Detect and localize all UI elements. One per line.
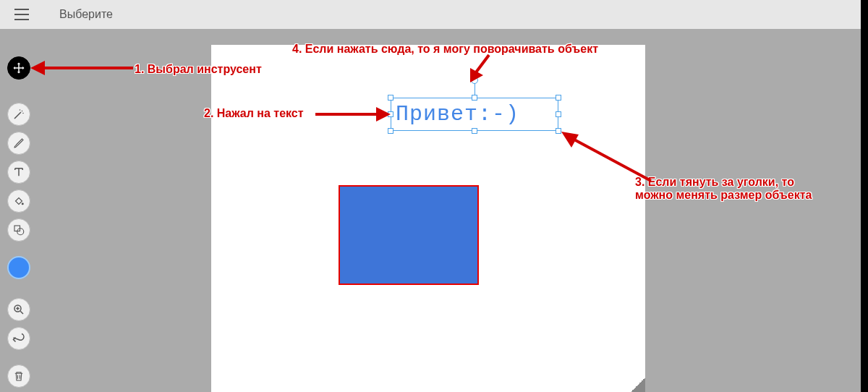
brush-icon: [12, 137, 25, 150]
zoom-tool[interactable]: [7, 298, 30, 321]
resize-handle-se[interactable]: [556, 128, 561, 134]
header-title: Выберите: [59, 8, 113, 21]
text-tool[interactable]: [7, 161, 30, 184]
annotation-1-arrow: [29, 55, 135, 81]
svg-marker-8: [30, 61, 45, 75]
rotate-handle[interactable]: [471, 77, 478, 84]
fill-tool[interactable]: [7, 189, 30, 213]
svg-point-5: [17, 229, 24, 235]
annotation-3-label: 3. Если тянуть за уголки, то можно менят…: [635, 176, 867, 202]
magnifier-icon: [12, 303, 25, 316]
shapes-tool[interactable]: [7, 218, 30, 242]
svg-point-2: [20, 109, 21, 111]
magic-wand-icon: [12, 108, 25, 121]
resize-handle-e[interactable]: [556, 111, 561, 117]
move-icon: [12, 61, 25, 74]
annotation-3-line1: 3. Если тянуть за уголки, то: [635, 176, 794, 188]
brush-tool[interactable]: [7, 132, 30, 155]
resize-handle-w[interactable]: [388, 111, 393, 117]
annotation-3-line2: можно менять размер объекта: [635, 189, 812, 201]
magic-wand-tool[interactable]: [7, 103, 30, 126]
resize-handle-sw[interactable]: [388, 128, 393, 134]
svg-point-0: [22, 111, 23, 112]
page-curl-icon: [631, 378, 645, 392]
app-root: Выберите: [0, 0, 868, 392]
svg-point-1: [22, 113, 24, 114]
canvas-text-object-selection[interactable]: Привет:-): [391, 98, 558, 131]
move-tool[interactable]: [7, 56, 30, 80]
annotation-4-label: 4. Если нажать сюда, то я могу поворачив…: [292, 43, 598, 56]
svg-point-3: [22, 203, 24, 205]
shapes-icon: [12, 223, 25, 237]
delete-button[interactable]: [7, 365, 30, 388]
canvas-rectangle-object[interactable]: [339, 185, 479, 285]
resize-handle-n[interactable]: [472, 95, 477, 101]
undo-icon: [12, 332, 25, 345]
canvas-text-object[interactable]: Привет:-): [391, 98, 558, 130]
resize-handle-nw[interactable]: [388, 95, 393, 101]
text-icon: [12, 166, 25, 179]
trash-icon: [12, 370, 25, 383]
header-bar: Выберите: [0, 0, 868, 29]
color-swatch[interactable]: [7, 256, 30, 279]
menu-icon[interactable]: [13, 6, 30, 23]
annotation-1-label: 1. Выбрал инструсент: [135, 63, 262, 76]
rotate-handle-line: [475, 82, 475, 95]
undo-button[interactable]: [7, 327, 30, 350]
annotation-2-label: 2. Нажал на текст: [204, 107, 304, 120]
resize-handle-s[interactable]: [472, 128, 477, 134]
fill-bucket-icon: [12, 195, 25, 208]
resize-handle-ne[interactable]: [556, 95, 561, 101]
